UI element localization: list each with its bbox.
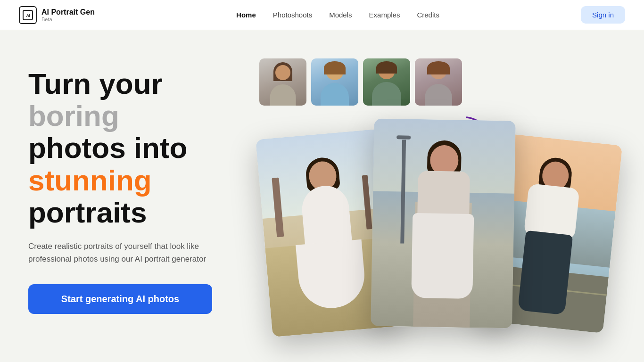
logo-icon: AI — [19, 6, 37, 24]
nav-links: Home Photoshoots Models Examples Credits — [236, 11, 439, 19]
brand-title: AI Portrait Gen — [41, 8, 95, 16]
brand-logo[interactable]: AI AI Portrait Gen Beta — [19, 6, 95, 24]
nav-actions: Sign in — [581, 6, 625, 24]
nav-home[interactable]: Home — [236, 11, 256, 19]
brand-beta: Beta — [41, 17, 95, 22]
portrait-card-center — [371, 118, 516, 328]
hero-headline: Turn your boring photos into stunning po… — [28, 68, 236, 229]
thumbnail-2 — [311, 58, 358, 106]
headline-boring: boring — [28, 99, 119, 132]
hero-section: Turn your boring photos into stunning po… — [0, 30, 644, 362]
headline-stunning: stunning — [28, 164, 152, 197]
portrait-cards — [255, 115, 616, 341]
nav-models[interactable]: Models — [329, 11, 352, 19]
nav-credits[interactable]: Credits — [417, 11, 439, 19]
headline-line3: portraits — [28, 196, 147, 229]
thumbnail-3 — [363, 58, 410, 106]
hero-description: Create realistic portraits of yourself t… — [28, 240, 207, 265]
nav-examples[interactable]: Examples — [369, 11, 400, 19]
thumbnails-row — [259, 58, 462, 106]
thumbnail-1 — [259, 58, 306, 106]
cta-button[interactable]: Start generating AI photos — [28, 284, 212, 314]
hero-left: Turn your boring photos into stunning po… — [28, 58, 236, 314]
brand-name: AI Portrait Gen Beta — [41, 8, 95, 22]
svg-text:AI: AI — [26, 13, 30, 18]
headline-line1: Turn your — [28, 67, 163, 100]
navbar: AI AI Portrait Gen Beta Home Photoshoots… — [0, 0, 644, 30]
hero-right — [255, 58, 616, 332]
nav-photoshoots[interactable]: Photoshoots — [273, 11, 312, 19]
headline-line2: photos into — [28, 132, 187, 164]
signin-button[interactable]: Sign in — [581, 6, 625, 24]
thumbnail-4 — [415, 58, 462, 106]
